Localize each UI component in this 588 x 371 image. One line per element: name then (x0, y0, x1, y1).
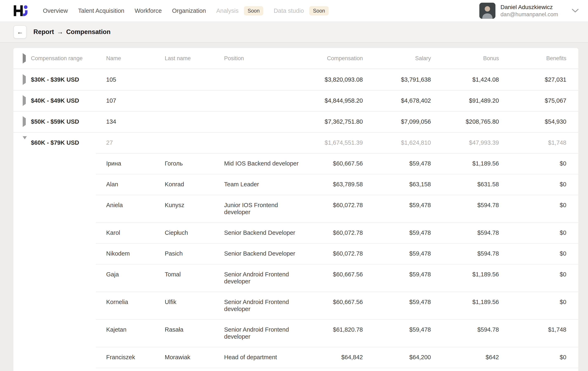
cell-bonus: $1,189.56 (431, 299, 499, 305)
cell-compensation: $60,072.78 (313, 250, 363, 257)
back-button[interactable]: ← (13, 25, 27, 39)
soon-badge: Soon (309, 6, 329, 15)
group-bonus: $91,489.20 (431, 97, 499, 104)
nav-item-overview[interactable]: Overview (43, 7, 68, 14)
cell-benefits: $0 (499, 160, 566, 167)
humanpanel-logo[interactable] (13, 3, 31, 18)
triangle-right-icon (23, 116, 26, 127)
group-count: 105 (106, 76, 165, 83)
group-benefits: $1,748 (499, 139, 566, 146)
cell-position: Head of department (224, 354, 313, 361)
nav-item-data-studio: Data studio Soon (273, 6, 329, 15)
cell-benefits: $0 (499, 229, 566, 236)
group-salary: $3,791,638 (363, 76, 431, 83)
cell-salary: $59,478 (363, 326, 431, 333)
col-header-last-name: Last name (165, 55, 224, 62)
group-row-50k[interactable]: $50K - $59K USD 134 $7,362,751.80 $7,099… (13, 111, 578, 132)
compensation-table: Compensation range Name Last name Positi… (13, 48, 578, 371)
group-count: 107 (106, 97, 165, 104)
group-count: 27 (106, 139, 165, 146)
person-row: Franciszek Morawiak Head of department $… (13, 347, 578, 368)
cell-benefits: $0 (499, 354, 566, 361)
cell-compensation: $60,667.56 (313, 160, 363, 167)
cell-bonus: $594.78 (431, 229, 499, 236)
cell-benefits: $0 (499, 181, 566, 188)
cell-position: Mid IOS Backend developer (224, 160, 313, 167)
cell-compensation: $60,667.56 (313, 271, 363, 278)
group-compensation: $4,844,958.20 (313, 97, 363, 104)
collapse-toggle[interactable] (23, 139, 31, 146)
chevron-down-icon[interactable] (572, 9, 579, 13)
expand-toggle[interactable] (23, 97, 31, 104)
person-row: Alan Konrad Team Leader $63,789.58 $63,1… (13, 174, 578, 195)
nav-item-data-studio-label: Data studio (273, 7, 304, 14)
triangle-right-icon (23, 74, 26, 85)
cell-compensation: $64,842 (313, 354, 363, 361)
cell-name: Kajetan (106, 326, 165, 333)
cell-benefits: $0 (499, 271, 566, 278)
cell-compensation: $60,072.78 (313, 229, 363, 236)
group-bonus: $1,424.08 (431, 76, 499, 83)
person-row-partial (13, 368, 578, 371)
expand-toggle[interactable] (23, 118, 31, 125)
col-header-range: Compensation range (31, 55, 106, 62)
cell-name: Nikodem (106, 250, 165, 257)
cell-name: Ірина (106, 160, 165, 167)
group-benefits: $54,930 (499, 118, 566, 125)
user-name: Daniel Aduszkiewicz (500, 4, 558, 10)
nav-item-talent-acquisition[interactable]: Talent Acquisition (78, 7, 124, 14)
cell-position: Senior Android Frontend developer (224, 326, 313, 340)
col-header-salary: Salary (363, 55, 431, 62)
cell-last-name: Rasała (165, 326, 224, 333)
cell-compensation: $60,072.78 (313, 202, 363, 209)
cell-last-name: Tomal (165, 271, 224, 278)
triangle-right-icon (23, 53, 26, 63)
humanpanel-logo-icon (13, 3, 31, 18)
person-row: Nikodem Pasich Senior Backend Developer … (13, 243, 578, 264)
col-header-name: Name (106, 55, 165, 62)
group-compensation: $3,820,093.08 (313, 76, 363, 83)
cell-bonus: $594.78 (431, 250, 499, 257)
group-range: $60K - $79K USD (31, 139, 106, 146)
cell-bonus: $594.78 (431, 202, 499, 209)
cell-bonus: $1,189.56 (431, 271, 499, 278)
group-row-60k-expanded[interactable]: $60K - $79K USD 27 $1,674,551.39 $1,624,… (13, 132, 578, 153)
table-header-row: Compensation range Name Last name Positi… (13, 48, 578, 69)
group-compensation: $7,362,751.80 (313, 118, 363, 125)
cell-benefits: $1,748 (499, 326, 566, 333)
group-salary: $4,678,402 (363, 97, 431, 104)
cell-name: Franciszek (106, 354, 165, 361)
group-range: $40K - $49K USD (31, 97, 106, 104)
cell-name: Aniela (106, 202, 165, 209)
user-menu[interactable]: Daniel Aduszkiewicz dan@humanpanel.com (479, 3, 579, 19)
group-row-40k[interactable]: $40K - $49K USD 107 $4,844,958.20 $4,678… (13, 90, 578, 111)
group-row-30k[interactable]: $30K - $39K USD 105 $3,820,093.08 $3,791… (13, 69, 578, 90)
cell-bonus: $1,189.56 (431, 160, 499, 167)
group-salary: $7,099,056 (363, 118, 431, 125)
nav-item-analysis: Analysis Soon (216, 6, 263, 15)
cell-salary: $59,478 (363, 271, 431, 278)
group-benefits: $27,031 (499, 76, 566, 83)
breadcrumb-section: Report (33, 28, 54, 36)
nav-item-workforce[interactable]: Workforce (135, 7, 162, 14)
user-info: Daniel Aduszkiewicz dan@humanpanel.com (500, 4, 558, 18)
collapse-all-toggle[interactable] (23, 55, 31, 62)
soon-badge: Soon (244, 6, 263, 15)
cell-salary: $59,478 (363, 299, 431, 305)
avatar (479, 3, 495, 19)
triangle-right-icon (23, 95, 26, 106)
col-header-compensation: Compensation (313, 55, 363, 62)
cell-last-name: Ciepłuch (165, 229, 224, 236)
expand-toggle[interactable] (23, 76, 31, 83)
cell-salary: $59,478 (363, 160, 431, 167)
cell-bonus: $594.78 (431, 326, 499, 333)
group-bonus: $47,993.39 (431, 139, 499, 146)
nav-item-analysis-label: Analysis (216, 7, 239, 14)
nav-item-organization[interactable]: Organization (172, 7, 206, 14)
cell-position: Senior Android Frontend developer (224, 271, 313, 285)
group-range: $50K - $59K USD (31, 118, 106, 125)
cell-bonus: $631.58 (431, 181, 499, 188)
cell-last-name: Kunysz (165, 202, 224, 209)
cell-benefits: $0 (499, 299, 566, 305)
group-compensation: $1,674,551.39 (313, 139, 363, 146)
